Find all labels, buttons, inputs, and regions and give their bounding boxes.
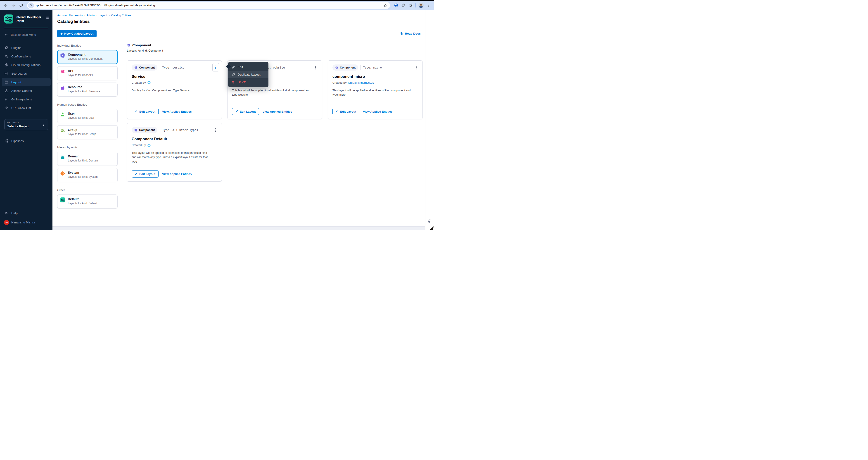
entity-kind-title: Group (68, 128, 96, 132)
card-created-by: Created By (132, 81, 217, 85)
browser-menu-icon[interactable] (425, 2, 432, 9)
browser-back-button[interactable] (2, 2, 9, 9)
edit-layout-button[interactable]: Edit Layout (132, 108, 158, 115)
plugins-icon (4, 46, 8, 50)
api-icon (60, 69, 65, 74)
component-chip-icon (127, 43, 130, 47)
entity-kind-domain[interactable]: DomainLayouts for kind: Domain (57, 152, 118, 166)
menu-item-edit[interactable]: Edit (228, 63, 269, 71)
sidebar-item-oauth-configurations[interactable]: OAuth Configurations (0, 61, 53, 69)
breadcrumb-separator: › (84, 14, 85, 17)
chat-bubbles-icon[interactable] (427, 219, 432, 224)
component-chip-icon (134, 66, 137, 69)
sidebar-item-git-integrations[interactable]: Git Integrations (0, 95, 53, 103)
sidebar-item-configurations[interactable]: Configurations (0, 52, 53, 61)
entity-section-heading: Hierarchy units (57, 146, 118, 149)
project-selector[interactable]: PROJECT Select a Project (4, 119, 48, 130)
card-menu-button[interactable] (213, 127, 218, 133)
back-label: Back to Main Menu (11, 33, 36, 36)
idp-logo-icon (4, 14, 13, 24)
bookmark-star-icon[interactable] (383, 3, 388, 7)
trash-icon (231, 80, 235, 84)
card-title: Component Default (132, 137, 217, 141)
entity-kind-text: DefaultLayouts for kind: Default (68, 197, 97, 206)
sidebar-item-help[interactable]: Help (0, 209, 53, 217)
sunburst-extension-icon[interactable] (400, 2, 407, 9)
pencil-icon (336, 110, 339, 113)
menu-item-delete[interactable]: Delete (228, 78, 269, 86)
card-actions: Edit LayoutView Applied Entities (232, 108, 317, 115)
breadcrumb-link-catalog-entities[interactable]: Catalog Entities (111, 14, 131, 17)
entity-kind-title: API (68, 69, 93, 72)
card-type: Type: micro (363, 66, 382, 69)
sidebar-item-scorecards[interactable]: Scorecards (0, 69, 53, 78)
entity-kind-user[interactable]: UserLayouts for kind: User (57, 109, 118, 123)
entity-kind-default[interactable]: DefaultLayouts for kind: Default (57, 194, 118, 209)
user-icon (60, 112, 65, 117)
breadcrumb-separator: › (96, 14, 97, 17)
pipelines-icon (4, 139, 8, 143)
sidebar-item-access-control[interactable]: Access Control (0, 86, 53, 95)
entity-kind-system[interactable]: SystemLayouts for kind: System (57, 168, 118, 182)
harness-logo-icon (147, 81, 151, 85)
entity-kind-component[interactable]: ComponentLayouts for kind: Component (57, 50, 118, 64)
breadcrumb-link-account-harness-io[interactable]: Account: Harness.io (57, 14, 83, 17)
pencil-icon (231, 65, 235, 69)
card-menu-button[interactable] (414, 65, 418, 70)
doc-arrow-icon (399, 32, 403, 35)
sidebar-item-pipelines[interactable]: Pipelines (0, 136, 53, 145)
view-applied-entities-link[interactable]: View Applied Entities (162, 172, 192, 176)
user-profile[interactable]: HM Himanshu Mishra (0, 217, 53, 227)
edit-layout-label: Edit Layout (340, 110, 356, 113)
card-header: ComponentType: service (132, 64, 217, 70)
entity-kind-resource[interactable]: ResourceLayouts for kind: Resource (57, 83, 118, 97)
view-applied-entities-link[interactable]: View Applied Entities (363, 110, 393, 113)
card-menu-button[interactable] (313, 65, 318, 70)
extensions-puzzle-icon[interactable] (407, 2, 414, 9)
brand: Internal Developer Portal (0, 10, 53, 26)
edit-layout-button[interactable]: Edit Layout (132, 170, 158, 178)
kind-badge-label: Component (139, 128, 155, 132)
read-docs-link[interactable]: Read Docs (399, 32, 421, 35)
view-applied-entities-link[interactable]: View Applied Entities (262, 110, 292, 113)
entity-kind-api[interactable]: APILayouts for kind: API (57, 66, 118, 80)
new-catalog-layout-button[interactable]: New Catalog Layout (57, 30, 97, 37)
kebab-dots-icon (215, 128, 216, 132)
sidebar-item-label: Layout (11, 81, 21, 84)
entity-kind-group[interactable]: GroupLayouts for kind: Group (57, 125, 118, 139)
entity-kind-title: Component (68, 53, 102, 56)
page-title: Catalog Entities (57, 19, 429, 27)
entity-kind-subtitle: Layouts for kind: Component (68, 57, 102, 60)
breadcrumb-link-layout[interactable]: Layout (99, 14, 107, 17)
card-menu-button[interactable] (212, 63, 219, 71)
sidebar-item-plugins[interactable]: Plugins (0, 43, 53, 52)
entity-kind-list: Individual EntitiesComponentLayouts for … (53, 40, 122, 223)
breadcrumb: Account: Harness.io›Admin›Layout›Catalog… (57, 14, 429, 17)
sidebar-item-layout[interactable]: Layout (2, 78, 51, 86)
main-content: Account: Harness.io›Admin›Layout›Catalog… (53, 10, 434, 230)
group-icon (60, 128, 65, 133)
sidebar-item-url-allow-list[interactable]: URL Allow List (0, 103, 53, 112)
url-text[interactable]: qa.harness.io/ng/account/zEaak-FLS425IEO… (36, 4, 383, 7)
entity-kind-text: APILayouts for kind: API (68, 69, 93, 78)
site-settings-icon[interactable] (28, 2, 34, 8)
edit-layout-button[interactable]: Edit Layout (333, 108, 360, 115)
created-by-email[interactable]: jenil.jain@harness.io (348, 81, 374, 84)
entity-kind-subtitle: Layouts for kind: Resource (68, 90, 100, 93)
apps-grid-icon[interactable] (46, 16, 49, 19)
browser-profile-avatar[interactable] (417, 2, 425, 9)
card-description: This layout will be applied to all entit… (333, 88, 412, 97)
browser-forward-button[interactable] (9, 2, 17, 9)
entity-kind-text: ResourceLayouts for kind: Resource (68, 85, 100, 94)
view-applied-entities-link[interactable]: View Applied Entities (162, 110, 192, 113)
browser-reload-button[interactable] (17, 2, 25, 9)
breadcrumb-link-admin[interactable]: Admin (87, 14, 95, 17)
layout-card-component-default: ComponentType: All Other TypesComponent … (127, 123, 222, 182)
back-to-main-menu[interactable]: Back to Main Menu (0, 28, 53, 41)
onepassword-extension-icon[interactable] (393, 2, 400, 9)
entity-kind-title: System (68, 171, 97, 174)
layout-cards-grid: ComponentType: serviceServiceCreated ByD… (127, 60, 431, 182)
address-bar[interactable]: qa.harness.io/ng/account/zEaak-FLS425IEO… (27, 2, 390, 9)
menu-item-duplicate-layout[interactable]: Duplicate Layout (228, 71, 269, 78)
edit-layout-button[interactable]: Edit Layout (232, 108, 259, 115)
